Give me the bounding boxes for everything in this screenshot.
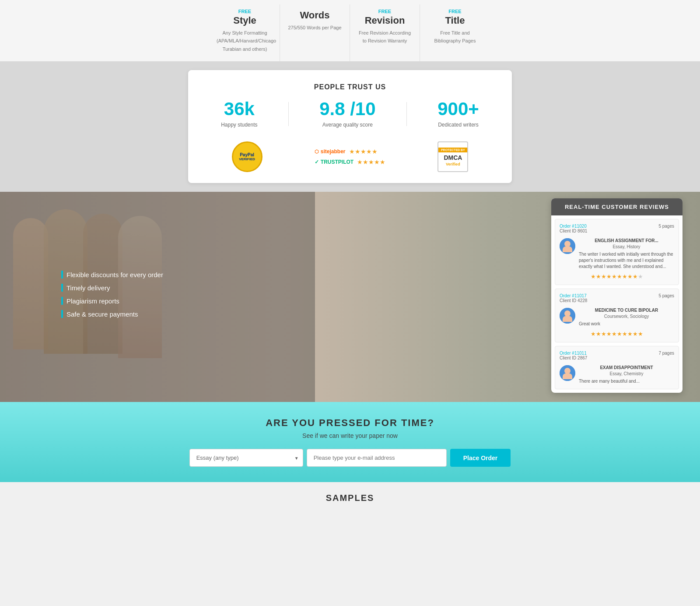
review-card-2: Order #11017 Client ID 4228 5 pages MEDI… [555,289,679,342]
trustpilot-logo: ✓ TRUSTPILOT [315,159,354,165]
review-3-client: Client ID 2867 [560,356,587,360]
review-3-type: Essay, Chemistry [579,371,674,376]
stat-writers-number: 900+ [438,100,479,118]
place-order-button[interactable]: Place Order [450,449,511,467]
benefit-plagiarism: Plagiarism reports [61,297,163,305]
feature-revision: FREE Revision Free Revision According to… [350,4,420,61]
dmca-top-label: PROTECTED BY [438,148,467,152]
trustpilot-row: ✓ TRUSTPILOT ★★★★★ [315,159,385,166]
review-2-body: MEDICINE TO CURE BIPOLAR Coursework, Soc… [560,308,674,327]
trust-stat-students: 36k Happy students [221,100,257,128]
review-1-header: Order #11020 Client ID 8601 5 pages [560,224,674,236]
stat-students-label: Happy students [221,122,257,128]
reviews-panel: REAL-TIME CUSTOMER REVIEWS Order #11020 … [551,198,682,393]
review-3-avatar [560,365,575,381]
sitejabber-row: ⬡ sitejabber ★★★★★ [315,148,385,155]
bullet-plagiarism [61,297,63,305]
trust-badges: PayPal VERIFIED ⬡ sitejabber ★★★★★ ✓ TRU… [206,137,494,172]
review-2-type: Coursework, Sociology [579,314,674,319]
trust-stat-writers: 900+ Dedicated writers [438,100,479,128]
review-1-pages: 5 pages [658,224,674,236]
review-3-pages: 7 pages [658,351,674,363]
review-card-3: Order #11011 Client ID 2867 7 pages EXAM… [555,346,679,389]
gray-section: PEOPLE TRUST US 36k Happy students 9.8 /… [0,61,700,402]
benefit-delivery-text: Timely delivery [66,284,110,292]
review-2-header: Order #11017 Client ID 4228 5 pages [560,293,674,306]
review-1-text: The writer I worked with initially went … [579,251,674,270]
benefit-discounts-text: Flexible discounts for every order [66,271,163,278]
title-title: Title [427,15,483,26]
words-title: Words [287,10,343,21]
trust-stat-quality: 9.8 /10 Average quality score [319,100,375,128]
trust-divider-2 [406,102,407,126]
stat-students-number: 36k [221,100,257,118]
review-3-assignment: EXAM DISAPPOINTMENT [579,365,674,370]
bullet-discounts [61,271,63,278]
avatar-body-1 [563,246,572,252]
review-3-body: EXAM DISAPPOINTMENT Essay, Chemistry The… [560,365,674,384]
review-1-order: Order #11020 [560,224,587,229]
sitejabber-logo: ⬡ sitejabber [315,148,346,155]
samples-bar: SAMPLES [0,482,700,507]
stat-quality-number: 9.8 /10 [319,100,375,118]
review-3-header: Order #11011 Client ID 2867 7 pages [560,351,674,363]
title-free-label: FREE [427,9,483,14]
review-2-client: Client ID 4228 [560,298,587,303]
review-3-content: EXAM DISAPPOINTMENT Essay, Chemistry The… [579,365,674,384]
paypal-badge: PayPal VERIFIED [232,141,262,172]
benefit-payments-text: Safe & secure payments [66,310,138,318]
review-1-avatar [560,238,575,254]
cta-title: ARE YOU PRESSED FOR TIME? [9,417,691,429]
bullet-delivery [61,284,63,292]
essay-type-wrapper[interactable]: Essay (any type) Research Paper Term Pap… [189,449,303,467]
review-3-order: Order #11011 [560,351,587,356]
paypal-label: PayPal [240,152,254,157]
sitejabber-icon: ⬡ [315,149,319,155]
style-desc: Any Style Formatting (APA/MLA/Harvard/Ch… [217,30,276,52]
trust-divider-1 [288,102,289,126]
style-title: Style [217,15,273,26]
review-badges: ⬡ sitejabber ★★★★★ ✓ TRUSTPILOT ★★★★★ [315,148,385,166]
students-section: Flexible discounts for every order Timel… [0,192,700,402]
review-1-type: Essay, History [579,244,674,249]
cta-subtitle: See if we can write your paper now [9,432,691,439]
trustpilot-check: ✓ [315,159,319,165]
cta-section: ARE YOU PRESSED FOR TIME? See if we can … [0,402,700,482]
title-desc: Free Title and Bibliography Pages [434,30,476,43]
stat-quality-label: Average quality score [322,122,373,128]
review-2-order: Order #11017 [560,293,587,298]
reviews-title: REAL-TIME CUSTOMER REVIEWS [551,198,682,215]
review-2-text: Great work [579,321,674,327]
style-free-label: FREE [217,9,273,14]
benefits-overlay: Flexible discounts for every order Timel… [61,271,163,323]
dmca-verified: Verified [446,162,460,166]
trustpilot-label: TRUSTPILOT [321,159,354,165]
trust-stats: 36k Happy students 9.8 /10 Average quali… [206,100,494,128]
benefit-discounts: Flexible discounts for every order [61,271,163,278]
review-1-content: ENGLISH ASSIGNMENT FOR... Essay, History… [579,238,674,270]
review-2-avatar [560,308,575,324]
benefit-plagiarism-text: Plagiarism reports [66,297,119,305]
review-2-assignment: MEDICINE TO CURE BIPOLAR [579,308,674,313]
stat-writers-label: Dedicated writers [438,122,479,128]
bullet-payments [61,310,63,318]
avatar-body-3 [563,373,572,379]
essay-type-select[interactable]: Essay (any type) Research Paper Term Pap… [189,449,303,467]
avatar-person-2 [560,308,575,324]
trust-box: PEOPLE TRUST US 36k Happy students 9.8 /… [188,70,512,183]
sitejabber-label: sitejabber [321,148,346,155]
review-1-body: ENGLISH ASSIGNMENT FOR... Essay, History… [560,238,674,270]
benefit-delivery: Timely delivery [61,284,163,292]
features-bar: FREE Style Any Style Formatting (APA/MLA… [0,0,700,61]
samples-title: SAMPLES [0,493,700,503]
review-card-1: Order #11020 Client ID 8601 5 pages ENGL… [555,219,679,285]
feature-words: Words 275/550 Words per Page [280,4,350,61]
benefit-payments: Safe & secure payments [61,310,163,318]
review-2-pages: 5 pages [658,293,674,306]
email-input[interactable] [307,449,447,467]
paypal-verified: VERIFIED [239,157,255,161]
avatar-person-1 [560,238,575,254]
avatar-body-2 [563,316,572,322]
words-desc: 275/550 Words per Page [288,25,341,30]
feature-style: FREE Style Any Style Formatting (APA/MLA… [210,4,280,61]
